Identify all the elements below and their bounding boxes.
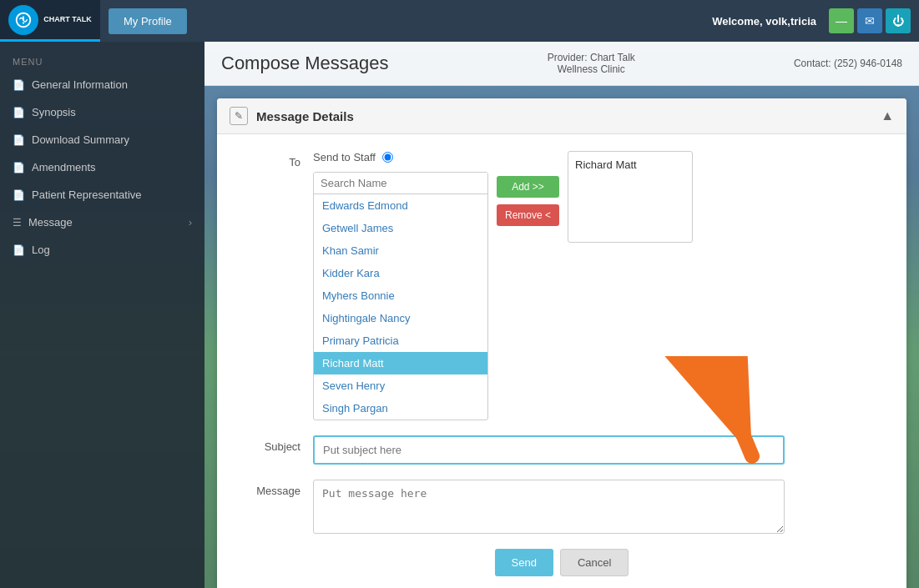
document-icon: 📄	[13, 107, 25, 118]
sidebar-item-download-summary[interactable]: 📄 Download Summary	[0, 126, 205, 153]
chevron-right-icon: ›	[189, 216, 192, 229]
document-icon: 📄	[13, 134, 25, 146]
subject-label: Subject	[242, 435, 300, 453]
document-icon: 📄	[13, 79, 25, 91]
staff-list-item-seven-henry[interactable]: Seven Henry	[314, 374, 487, 397]
list-icon: ☰	[13, 217, 22, 229]
staff-list-item-myhers-bonnie[interactable]: Myhers Bonnie	[314, 284, 487, 307]
send-button[interactable]: Send	[495, 549, 553, 576]
username-text: volk,tricia	[765, 15, 816, 28]
recipient-item: Richard Matt	[575, 158, 685, 171]
staff-list-items: Edwards EdmondGetwell JamesKhan SamirKid…	[314, 194, 487, 420]
to-label: To	[242, 151, 300, 168]
edit-icon[interactable]: ✎	[230, 107, 248, 125]
card-header: ✎ Message Details ▲	[217, 98, 906, 134]
staff-list-item-kidder-kara[interactable]: Kidder Kara	[314, 262, 487, 284]
document-icon: 📄	[13, 189, 25, 201]
top-bar: CHART TALK My Profile Welcome, volk,tric…	[0, 0, 919, 42]
staff-list-item-primary-patricia[interactable]: Primary Patricia	[314, 329, 487, 352]
card-title: Message Details	[256, 109, 354, 123]
to-field-content: Send to Staff Edwards EdmondGetwell Jame…	[313, 151, 881, 420]
to-row: To Send to Staff Edwards Edmo	[242, 151, 881, 420]
logo-icon	[8, 5, 38, 35]
message-row: Message	[242, 480, 881, 534]
recipients-box: Richard Matt	[568, 151, 693, 243]
provider-info: Provider: Chart Talk Wellness Clinic	[548, 52, 635, 75]
menu-label: MENU	[0, 50, 205, 71]
message-label: Message	[242, 480, 300, 497]
sidebar-item-log[interactable]: 📄 Log	[0, 236, 205, 264]
message-input[interactable]	[313, 480, 785, 534]
staff-list: Edwards EdmondGetwell JamesKhan SamirKid…	[313, 172, 488, 420]
message-details-card: ✎ Message Details ▲ To Send to Staff	[217, 98, 906, 588]
add-button[interactable]: Add >>	[497, 176, 559, 198]
send-to-staff-row: Send to Staff	[313, 151, 488, 163]
collapse-button[interactable]: ▲	[881, 108, 894, 123]
sidebar-item-patient-representative[interactable]: 📄 Patient Representative	[0, 181, 205, 209]
sidebar: MENU 📄 General Information 📄 Synopsis 📄 …	[0, 42, 205, 588]
form-buttons: Send Cancel	[242, 549, 881, 585]
welcome-text: Welcome, volk,tricia	[712, 15, 816, 28]
content-area: MENU 📄 General Information 📄 Synopsis 📄 …	[0, 42, 919, 588]
sidebar-item-synopsis[interactable]: 📄 Synopsis	[0, 98, 205, 126]
subject-input[interactable]	[313, 435, 785, 465]
staff-list-item-nightingale-nancy[interactable]: Nightingale Nancy	[314, 307, 487, 329]
remove-button[interactable]: Remove <	[497, 204, 559, 226]
staff-list-item-getwell-james[interactable]: Getwell James	[314, 217, 487, 239]
card-body: To Send to Staff Edwards Edmo	[217, 134, 906, 588]
cancel-button[interactable]: Cancel	[560, 549, 629, 576]
contact-info: Contact: (252) 946-0148	[794, 58, 902, 69]
staff-list-item-singh-pargan[interactable]: Singh Pargan	[314, 397, 487, 420]
subject-row: Subject	[242, 435, 881, 465]
sidebar-item-message[interactable]: ☰ Message ›	[0, 209, 205, 236]
main-panel: Compose Messages Provider: Chart Talk We…	[205, 42, 919, 588]
sidebar-item-amendments[interactable]: 📄 Amendments	[0, 153, 205, 181]
send-to-staff-radio[interactable]	[382, 152, 393, 163]
page-title: Compose Messages	[221, 53, 389, 74]
document-icon: 📄	[13, 244, 25, 256]
staff-list-item-richard-matt[interactable]: Richard Matt	[314, 352, 487, 374]
staff-list-item-edwards-edmond[interactable]: Edwards Edmond	[314, 194, 487, 217]
power-button[interactable]: ⏻	[886, 8, 911, 33]
staff-list-item-khan-samir[interactable]: Khan Samir	[314, 239, 487, 262]
action-buttons: Add >> Remove <	[497, 151, 559, 226]
document-icon: 📄	[13, 162, 25, 173]
send-to-staff-label: Send to Staff	[313, 151, 376, 163]
minimize-button[interactable]: —	[829, 8, 854, 33]
search-input[interactable]	[314, 173, 487, 194]
top-icons: — ✉ ⏻	[829, 8, 911, 33]
my-profile-button[interactable]: My Profile	[109, 8, 187, 34]
main-header: Compose Messages Provider: Chart Talk We…	[205, 42, 919, 86]
logo-area: CHART TALK	[0, 0, 100, 42]
sidebar-item-general-information[interactable]: 📄 General Information	[0, 71, 205, 98]
logo-text: CHART TALK	[43, 15, 91, 24]
messages-button[interactable]: ✉	[857, 8, 882, 33]
